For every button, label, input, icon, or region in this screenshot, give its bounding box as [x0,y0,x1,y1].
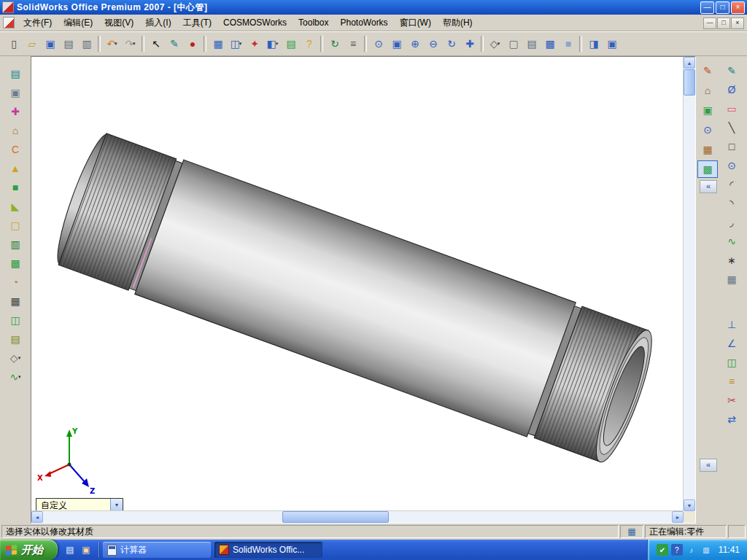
extruded-boss-icon[interactable]: ▤ [5,65,26,82]
curve-icon[interactable]: ∿▾ [5,368,26,386]
shell-icon[interactable]: ▢ [5,217,26,234]
编辑(E)[interactable]: 编辑(E) [58,15,98,31]
scene-icon[interactable]: ▩ [697,160,718,178]
revolved-boss-icon[interactable]: ▣ [5,84,26,101]
vertical-scrollbar[interactable]: ▲ ▼ [683,57,695,511]
zoom-in-button[interactable]: ⊕ [406,35,424,52]
model-view-icon[interactable]: ▣ [697,101,718,119]
zoom-area-button[interactable]: ▣ [387,35,406,52]
插入(I)[interactable]: 插入(I) [139,15,177,31]
realview-button[interactable]: ▣ [603,35,621,52]
design-journal-button[interactable]: ▤ [282,35,300,52]
volume-icon[interactable]: ♪ [686,544,697,556]
child-minimize-button[interactable]: — [703,18,716,29]
文件(F)[interactable]: 文件(F) [18,15,58,31]
COSMOSWorks[interactable]: COSMOSWorks [217,15,293,30]
shaded-button[interactable]: ■ [559,35,577,52]
convert-entities-icon[interactable]: ⇄ [721,411,742,428]
help-button[interactable]: ? [300,35,318,52]
measure-icon[interactable]: ◇▾ [5,349,26,367]
linear-pattern-icon[interactable]: ▦ [5,292,26,310]
scroll-down-button[interactable]: ▼ [684,499,695,511]
point-icon[interactable]: ∗ [721,252,742,269]
collapse-toolbar-button-2[interactable]: « [700,459,717,472]
graphics-area[interactable]: X Y Z 自定义 ▼ [31,57,684,511]
help-center-icon[interactable]: ? [671,544,683,556]
child-close-button[interactable]: × [731,18,744,29]
appearance-icon[interactable]: ▦ [697,141,718,158]
collapse-toolbar-button[interactable]: « [700,180,717,193]
dome-icon[interactable]: ⌂ [5,122,26,139]
minimize-button[interactable]: — [700,1,714,14]
redo-button[interactable]: ↷▾ [121,35,139,52]
rebuild-button[interactable]: ↻ [325,35,344,52]
scroll-up-button[interactable]: ▲ [684,57,695,69]
wireframe-button[interactable]: ▢ [504,35,522,52]
wrap-icon[interactable]: ▩ [5,254,26,272]
line-icon[interactable]: ╲ [721,119,742,136]
chamfer-icon[interactable]: ◣ [5,198,26,215]
task-button-solidworks[interactable]: SolidWorks Offic... [214,542,322,558]
sketch-button[interactable]: ✎ [165,35,183,52]
shaded-with-edges-button[interactable]: ▩ [541,35,559,52]
antivirus-icon[interactable]: ✔ [657,544,668,556]
make-drawing-button[interactable]: ▥ [77,35,96,52]
construction-geometry-icon[interactable]: ▦ [721,271,742,288]
draft-icon[interactable]: ▲ [5,160,26,177]
zoom-fit-button[interactable]: ⊙ [369,35,387,52]
task-button-calculator[interactable]: 计算器 [103,542,211,558]
view-orientation-button[interactable]: ◇▾ [486,35,504,52]
new-document-button[interactable]: ▯ [4,35,23,52]
magnifier-icon[interactable]: ⊙ [697,121,718,139]
circle-icon[interactable]: ⊙ [721,157,742,174]
scroll-left-button[interactable]: ◄ [31,511,43,523]
section-view-button[interactable]: ◨ [584,35,603,52]
scroll-right-button[interactable]: ► [672,511,684,523]
restore-button[interactable]: □ [716,1,729,14]
smart-dimension-icon[interactable]: Ø [721,81,742,98]
undo-button[interactable]: ↶▾ [103,35,121,52]
zoom-out-button[interactable]: ⊖ [424,35,442,52]
circular-pattern-icon[interactable]: ◔ [5,273,26,291]
sketch-tool-icon[interactable]: ✎ [721,62,742,79]
three-point-arc-icon[interactable]: ◞ [721,214,742,231]
edit-sketch-icon[interactable]: ✎ [697,62,718,79]
network-icon[interactable]: ▥ [700,544,712,556]
offset-entities-icon[interactable]: ≡ [721,373,742,390]
rectangle-icon[interactable]: □ [721,138,742,155]
erase-icon[interactable]: ▭ [721,100,742,117]
move-face-icon[interactable]: ✚ [5,103,26,120]
standard-views-icon[interactable]: ⌂ [697,82,718,99]
vertical-scroll-thumb[interactable] [684,69,695,96]
pattern-table-icon[interactable]: ▤ [5,330,26,348]
horizontal-scrollbar[interactable]: ◄ ► [31,510,684,523]
helix-icon[interactable]: C [5,141,26,158]
视图(V)[interactable]: 视图(V) [98,15,139,31]
tangent-arc-icon[interactable]: ◝ [721,195,742,212]
view-palette-button[interactable]: ◫▾ [227,35,245,52]
Toolbox[interactable]: Toolbox [293,15,334,30]
帮助(H)[interactable]: 帮助(H) [437,15,479,31]
save-button[interactable]: ▣ [41,35,59,52]
工具(T)[interactable]: 工具(T) [177,15,217,31]
trim-entities-icon[interactable]: ✂ [721,392,742,409]
extruded-cut-icon[interactable]: ■ [5,179,26,196]
centerpoint-arc-icon[interactable]: ◜ [721,176,742,193]
select-tool[interactable]: ↖ [147,35,165,52]
horizontal-scroll-thumb[interactable] [282,511,390,523]
print-button[interactable]: ▤ [59,35,77,52]
pipe-body[interactable] [135,160,576,437]
child-restore-button[interactable]: □ [717,18,730,29]
document-icon[interactable] [3,17,15,28]
mirror-entities-icon[interactable]: ◫ [721,354,742,371]
split-window-button[interactable]: ◧▾ [263,35,282,52]
display-relations-icon[interactable]: ∠ [721,335,742,352]
pan-button[interactable]: ✚ [460,35,479,52]
media-player-icon[interactable]: ▣ [80,543,93,556]
PhotoWorks[interactable]: PhotoWorks [334,15,393,30]
options-button[interactable]: ≡ [344,35,362,52]
design-table-button[interactable]: ▦ [209,35,227,52]
select-point-button[interactable]: ● [183,35,201,52]
窗口(W)[interactable]: 窗口(W) [394,15,437,31]
chevron-down-icon[interactable]: ▼ [110,499,123,510]
